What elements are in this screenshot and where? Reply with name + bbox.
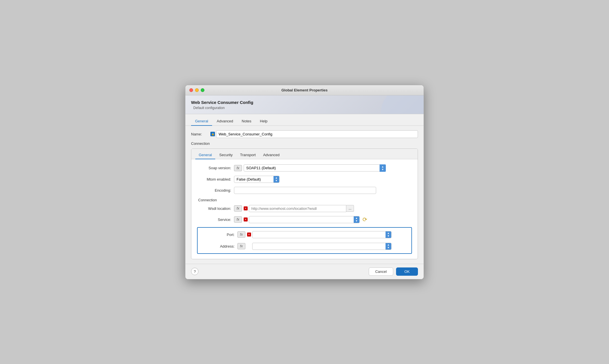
- soap-version-fx-button[interactable]: fx: [234, 165, 242, 171]
- minimize-button[interactable]: [195, 88, 199, 92]
- soap-version-row: Soap version: fx SOAP11 (Default) SOAP12…: [197, 164, 412, 172]
- tab-help-outer[interactable]: Help: [256, 117, 272, 126]
- service-select[interactable]: [249, 216, 360, 223]
- config-title: Web Service Consumer Config: [191, 100, 418, 105]
- port-error-icon: ✕: [247, 233, 251, 237]
- tab-general-outer[interactable]: General: [191, 117, 212, 126]
- inner-content: Soap version: fx SOAP11 (Default) SOAP12…: [191, 159, 418, 259]
- name-field-row: Name: 🔒: [191, 130, 418, 138]
- window-title: Global Element Properties: [281, 88, 328, 92]
- tab-general-inner[interactable]: General: [195, 151, 215, 159]
- config-subtitle: Default configuration: [193, 106, 225, 110]
- tab-notes-outer[interactable]: Notes: [238, 117, 255, 126]
- service-label: Service:: [197, 217, 231, 222]
- maximize-button[interactable]: [201, 88, 204, 92]
- tab-advanced-outer[interactable]: Advanced: [213, 117, 237, 126]
- dialog-footer: ? Cancel OK: [185, 264, 424, 279]
- port-row: Port: fx ✕ ▲▼: [200, 230, 409, 239]
- wsdl-fx-button[interactable]: fx: [234, 205, 242, 212]
- window-controls: [189, 88, 204, 92]
- address-fx-button[interactable]: fx: [237, 243, 245, 249]
- wsdl-error-icon: ✕: [244, 206, 248, 210]
- mtom-enabled-label: Mtom enabled:: [197, 177, 231, 181]
- address-select[interactable]: [252, 243, 392, 250]
- wsdl-browse-button[interactable]: ...: [346, 205, 354, 212]
- content-area: Name: 🔒 Connection General Security Tran…: [185, 126, 424, 264]
- name-label: Name:: [191, 132, 208, 136]
- wsdl-location-label: Wsdl location:: [197, 206, 231, 211]
- wsdl-input-wrapper: ...: [249, 205, 354, 212]
- cancel-button[interactable]: Cancel: [369, 267, 393, 276]
- service-error-icon: ✕: [244, 217, 248, 221]
- lock-icon: 🔒: [210, 132, 215, 136]
- soap-version-select-wrapper: SOAP11 (Default) SOAP12 ▲▼: [244, 164, 386, 172]
- name-input[interactable]: [216, 130, 418, 138]
- soap-version-select[interactable]: SOAP11 (Default) SOAP12: [244, 164, 386, 171]
- highlighted-section: Port: fx ✕ ▲▼: [197, 227, 412, 254]
- inner-tab-bar: General Security Transport Advanced: [191, 149, 418, 159]
- encoding-label: Encoding:: [197, 188, 231, 193]
- encoding-row: Encoding:: [197, 187, 412, 194]
- header-section: Web Service Consumer Config Default conf…: [185, 95, 424, 114]
- soap-version-label: Soap version:: [197, 166, 231, 170]
- tab-transport-inner[interactable]: Transport: [237, 151, 259, 159]
- service-refresh-button[interactable]: ⟳: [361, 216, 368, 223]
- address-label: Address:: [200, 244, 235, 248]
- connection-subsection-label: Connection: [198, 198, 412, 202]
- wsdl-location-row: Wsdl location: fx ✕ ...: [197, 205, 412, 212]
- port-fx-button[interactable]: fx: [237, 231, 245, 238]
- service-select-wrapper: ▲▼: [249, 216, 360, 223]
- outer-tab-bar: General Advanced Notes Help: [185, 114, 424, 126]
- service-fx-button[interactable]: fx: [234, 216, 242, 223]
- address-row: Address: fx ▲▼: [200, 242, 409, 251]
- tab-security-inner[interactable]: Security: [216, 151, 236, 159]
- ok-button[interactable]: OK: [396, 267, 418, 276]
- port-select[interactable]: [252, 231, 392, 238]
- help-button[interactable]: ?: [191, 268, 198, 275]
- address-select-wrapper: ▲▼: [252, 243, 392, 250]
- port-select-wrapper: ▲▼: [252, 231, 392, 238]
- close-button[interactable]: [189, 88, 193, 92]
- wsdl-input[interactable]: [249, 205, 346, 212]
- service-row: Service: fx ✕ ▲▼ ⟳: [197, 216, 412, 223]
- port-label: Port:: [200, 233, 235, 237]
- mtom-enabled-row: Mtom enabled: False (Default) True ▲▼: [197, 176, 412, 183]
- titlebar: Global Element Properties: [185, 85, 424, 95]
- encoding-input[interactable]: [234, 187, 376, 194]
- footer-buttons: Cancel OK: [369, 267, 418, 276]
- connection-panel: General Security Transport Advanced Soap…: [191, 148, 418, 259]
- mtom-enabled-select[interactable]: False (Default) True: [234, 176, 279, 183]
- dialog-window: Global Element Properties Web Service Co…: [185, 85, 424, 279]
- connection-section-label: Connection: [191, 141, 418, 146]
- tab-advanced-inner[interactable]: Advanced: [260, 151, 283, 159]
